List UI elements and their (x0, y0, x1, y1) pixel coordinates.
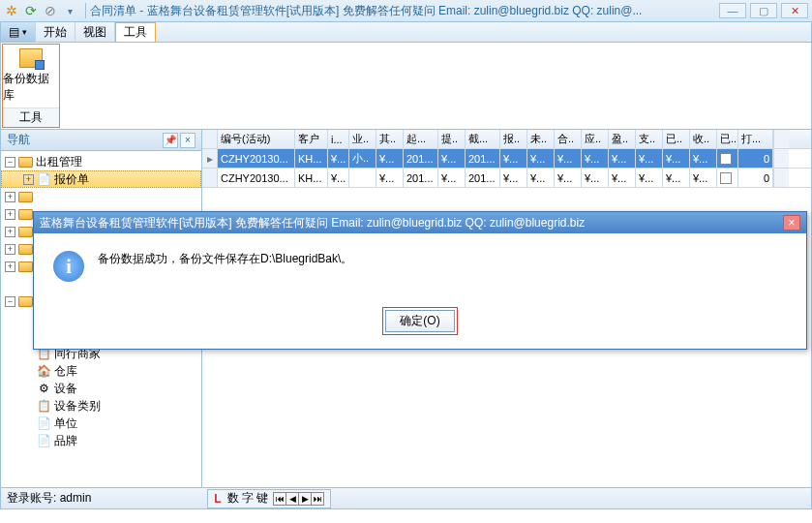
ribbon-group-tools: 备份数据库 工具 (2, 44, 60, 128)
nav-header: 导航 📌 × (1, 130, 201, 151)
dropdown-icon[interactable]: ▾ (62, 3, 77, 18)
dialog-message: 备份数据成功，备份文件保存在D:\BluegridBak\。 (98, 251, 352, 267)
tree-equipment[interactable]: ⚙设备 (1, 380, 201, 397)
maximize-button[interactable]: ▢ (750, 3, 777, 18)
backup-db-button[interactable]: 备份数据库 (3, 45, 59, 108)
menu-tools[interactable]: 工具 (115, 22, 156, 42)
grid-header: 编号(活动) 客户 i... 业.. 其.. 起... 提.. 截... 报..… (202, 130, 811, 149)
pin-button[interactable]: 📌 (163, 133, 178, 148)
tree-equipment-type[interactable]: 📋设备类别 (1, 397, 201, 415)
statusbar: 登录账号: admin L 数 字 键 ⏮◀▶⏭ (0, 488, 812, 509)
database-icon (19, 48, 43, 68)
tree-brand[interactable]: 📄品牌 (1, 432, 201, 449)
info-icon: i (53, 251, 84, 282)
ribbon-group-label: 工具 (3, 108, 59, 127)
ribbon: 备份数据库 工具 (0, 43, 812, 130)
menu-file[interactable]: ▤▾ (1, 22, 36, 42)
table-row[interactable]: CZHY20130...KH...¥...¥...201...¥...201..… (202, 169, 811, 188)
dialog-close-button[interactable]: × (783, 215, 800, 231)
menubar: ▤▾ 开始 视图 工具 (0, 21, 812, 43)
dialog-titlebar: 蓝格舞台设备租赁管理软件[试用版本] 免费解答任何疑问 Email: zulin… (34, 212, 806, 233)
login-label: 登录账号: admin (7, 490, 91, 507)
menu-start[interactable]: 开始 (36, 22, 75, 42)
list-icon: ▤ (9, 25, 19, 39)
tree-rental-mgmt[interactable]: −出租管理 (1, 153, 201, 170)
stop-icon[interactable]: ⊘ (43, 3, 58, 18)
ok-button[interactable]: 确定(O) (385, 310, 454, 332)
numpad-panel[interactable]: L 数 字 键 ⏮◀▶⏭ (207, 489, 331, 508)
table-row[interactable]: ▸CZHY20130...KH...¥...小..¥...201...¥...2… (202, 149, 811, 169)
refresh-icon[interactable]: ⟳ (23, 3, 39, 18)
col-customer[interactable]: 客户 (295, 130, 328, 148)
nav-close-button[interactable]: × (180, 133, 195, 148)
minimize-button[interactable]: — (719, 3, 746, 18)
tree-warehouse[interactable]: 🏠仓库 (1, 362, 201, 380)
tree-node[interactable]: + (1, 188, 201, 205)
menu-view[interactable]: 视图 (75, 22, 115, 42)
col-number[interactable]: 编号(活动) (218, 130, 295, 148)
scrollbar[interactable] (773, 130, 789, 148)
tree-unit[interactable]: 📄单位 (1, 415, 201, 432)
close-button[interactable]: ✕ (781, 3, 808, 18)
titlebar: ✲ ⟳ ⊘ ▾ 合同清单 - 蓝格舞台设备租赁管理软件[试用版本] 免费解答任何… (0, 0, 812, 21)
nav-buttons[interactable]: ⏮◀▶⏭ (274, 492, 324, 506)
window-title: 合同清单 - 蓝格舞台设备租赁管理软件[试用版本] 免费解答任何疑问 Email… (90, 3, 719, 19)
app-icon: ✲ (4, 3, 19, 18)
backup-success-dialog: 蓝格舞台设备租赁管理软件[试用版本] 免费解答任何疑问 Email: zulin… (33, 211, 807, 350)
tree-quote[interactable]: +📄报价单 (1, 170, 201, 188)
